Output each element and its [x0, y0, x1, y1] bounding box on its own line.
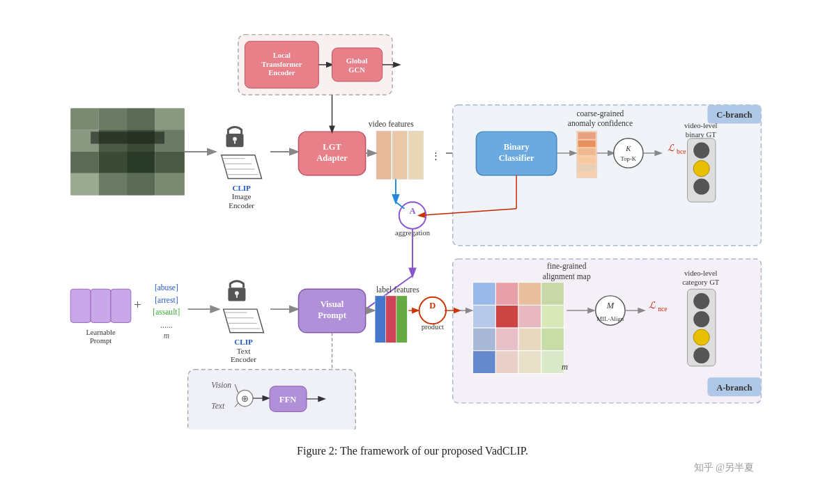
svg-text:Transformer: Transformer	[261, 61, 302, 68]
svg-point-102	[235, 291, 239, 295]
figure-caption: Figure 2: The framework of our proposed …	[57, 445, 768, 457]
svg-text:bce: bce	[677, 148, 686, 155]
svg-text:Image: Image	[232, 192, 252, 200]
svg-rect-149	[518, 351, 541, 374]
svg-text:Binary: Binary	[504, 142, 530, 152]
svg-text:video-level: video-level	[684, 122, 718, 129]
page-container: Local Transformer Encoder Global GCN	[29, 14, 796, 495]
svg-text:alignment map: alignment map	[543, 272, 591, 281]
svg-text:product: product	[422, 323, 444, 331]
svg-rect-15	[155, 108, 185, 129]
svg-text:Encoder: Encoder	[231, 355, 256, 363]
svg-text:binary GT: binary GT	[686, 131, 716, 139]
svg-text:anomaly confidence: anomaly confidence	[568, 119, 633, 128]
svg-rect-22	[127, 152, 155, 173]
svg-text:A-branch: A-branch	[716, 383, 752, 393]
svg-rect-21	[99, 152, 127, 173]
svg-text:Vision: Vision	[211, 381, 231, 389]
svg-text:MIL-Align: MIL-Align	[597, 315, 624, 322]
svg-rect-137	[518, 283, 541, 306]
svg-text:ℒ: ℒ	[649, 300, 656, 310]
svg-text:A: A	[409, 206, 415, 216]
svg-text:[abuse]: [abuse]	[155, 283, 178, 292]
caption-text: Figure 2: The framework of our proposed …	[297, 445, 528, 457]
svg-rect-63	[578, 132, 596, 139]
svg-rect-64	[578, 141, 596, 148]
svg-text:Prompt: Prompt	[318, 310, 347, 320]
watermark-text: 知乎 @另半夏	[694, 462, 754, 473]
svg-point-81	[693, 179, 709, 195]
svg-rect-66	[578, 157, 596, 164]
svg-rect-146	[541, 328, 564, 351]
svg-text:Global: Global	[346, 57, 368, 65]
svg-rect-25	[99, 173, 127, 196]
svg-text:video-level: video-level	[684, 269, 718, 277]
svg-text:FFN: FFN	[279, 395, 296, 404]
svg-rect-143	[473, 328, 496, 351]
svg-text:Encoder: Encoder	[229, 201, 254, 210]
svg-rect-67	[578, 164, 596, 171]
svg-rect-20	[70, 152, 98, 173]
svg-rect-23	[155, 152, 185, 173]
svg-text:m: m	[562, 362, 568, 372]
svg-rect-144	[495, 328, 518, 351]
svg-text:Local: Local	[273, 52, 291, 59]
svg-rect-140	[495, 305, 518, 328]
svg-rect-138	[541, 283, 564, 306]
framework-diagram: Local Transformer Encoder Global GCN	[57, 28, 768, 430]
svg-rect-150	[541, 351, 564, 374]
svg-rect-122	[396, 296, 407, 342]
svg-rect-142	[541, 305, 564, 328]
svg-rect-148	[495, 351, 518, 374]
svg-text:⊕: ⊕	[241, 393, 249, 404]
svg-rect-24	[70, 173, 98, 196]
svg-rect-14	[127, 108, 155, 129]
svg-rect-13	[99, 108, 127, 129]
svg-text:Prompt: Prompt	[90, 337, 111, 345]
svg-text:C-branch: C-branch	[716, 110, 752, 120]
svg-text:Top-K: Top-K	[621, 155, 637, 162]
diagram-area: Local Transformer Encoder Global GCN	[57, 28, 768, 432]
svg-point-164	[693, 311, 709, 327]
svg-text:fine-grained: fine-grained	[547, 262, 587, 271]
svg-rect-120	[375, 296, 385, 342]
svg-text:Learnable: Learnable	[86, 329, 116, 336]
svg-rect-49	[392, 131, 407, 179]
svg-point-79	[693, 143, 709, 159]
svg-text:LGT: LGT	[323, 142, 341, 152]
svg-text:M: M	[606, 301, 615, 310]
svg-rect-90	[91, 289, 111, 322]
svg-text:Encoder: Encoder	[268, 69, 295, 77]
svg-rect-89	[70, 289, 91, 322]
svg-text:K: K	[625, 145, 631, 152]
svg-rect-121	[386, 296, 396, 342]
svg-text:label features: label features	[376, 285, 419, 294]
svg-rect-12	[70, 108, 98, 129]
svg-rect-135	[473, 283, 496, 306]
svg-text:+: +	[134, 297, 141, 312]
svg-rect-27	[155, 173, 185, 196]
svg-text:[assault]: [assault]	[153, 308, 180, 316]
svg-text:Text: Text	[237, 347, 250, 355]
svg-text:[arrest]: [arrest]	[155, 296, 178, 304]
svg-rect-136	[495, 283, 518, 306]
svg-text:Visual: Visual	[321, 299, 344, 309]
svg-text:......: ......	[160, 321, 172, 329]
svg-text:Classifier: Classifier	[499, 153, 534, 163]
svg-rect-141	[518, 305, 541, 328]
svg-point-70	[614, 139, 643, 168]
svg-text:nce: nce	[658, 305, 667, 313]
svg-text:m: m	[164, 331, 169, 340]
svg-text:D: D	[429, 301, 435, 310]
svg-point-31	[233, 137, 237, 141]
svg-text:category GT: category GT	[682, 278, 720, 286]
svg-point-165	[693, 329, 709, 345]
svg-rect-65	[578, 148, 596, 155]
svg-text:GCN: GCN	[348, 66, 365, 74]
svg-rect-147	[473, 351, 496, 374]
svg-text:CLIP: CLIP	[232, 184, 251, 192]
svg-point-166	[693, 347, 709, 363]
svg-text:CLIP: CLIP	[234, 338, 253, 346]
svg-rect-50	[408, 131, 423, 179]
svg-rect-145	[518, 328, 541, 351]
